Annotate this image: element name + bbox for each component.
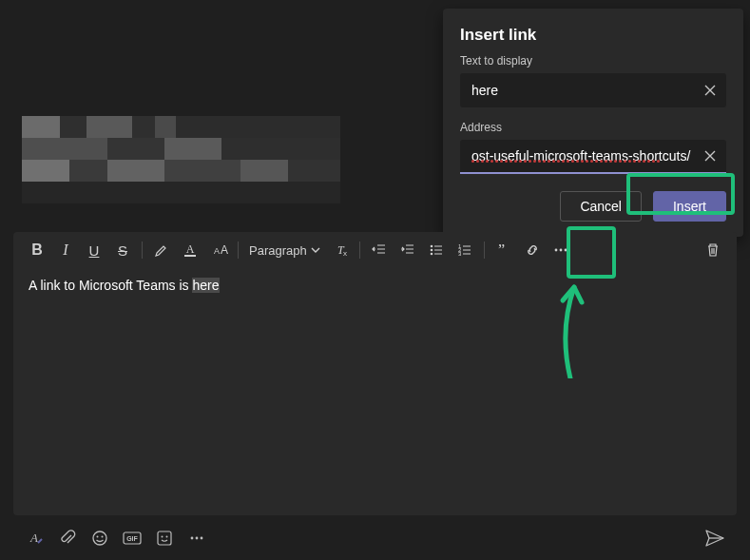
bullet-list-button[interactable] (422, 236, 451, 264)
paragraph-dropdown[interactable]: Paragraph (243, 243, 326, 258)
highlight-icon (154, 242, 169, 258)
address-label: Address (460, 121, 726, 134)
format-button[interactable]: A (25, 528, 46, 549)
cancel-button[interactable]: Cancel (560, 191, 642, 222)
attach-button[interactable] (57, 528, 78, 549)
paragraph-label: Paragraph (249, 243, 307, 258)
font-color-icon: A (183, 242, 198, 258)
svg-point-8 (430, 253, 433, 256)
bold-button[interactable]: B (23, 236, 51, 264)
svg-text:x: x (343, 249, 347, 258)
insert-link-button[interactable] (518, 236, 547, 264)
svg-text:A: A (29, 531, 38, 545)
format-toolbar: B I U S A AA Paragraph Tx (13, 232, 737, 268)
compose-selection: here (192, 278, 219, 293)
underline-icon: U (89, 242, 100, 259)
close-icon (704, 150, 716, 162)
svg-point-24 (166, 536, 168, 538)
obscured-content (22, 116, 340, 203)
svg-point-7 (430, 249, 433, 252)
toolbar-separator (238, 241, 239, 259)
clear-address-button[interactable] (700, 145, 721, 166)
svg-rect-22 (158, 531, 171, 545)
svg-point-19 (102, 536, 104, 538)
svg-point-18 (97, 536, 99, 538)
svg-text:GIF: GIF (126, 535, 138, 542)
ellipsis-icon (189, 531, 204, 546)
outdent-button[interactable] (365, 236, 394, 264)
bold-icon: B (31, 241, 43, 259)
compose-editor[interactable]: A link to Microsoft Teams is here (13, 268, 737, 302)
svg-text:A: A (186, 242, 195, 256)
svg-point-14 (559, 249, 562, 252)
svg-point-27 (201, 537, 203, 540)
bullet-list-icon (429, 242, 444, 258)
text-to-display-field-wrap (460, 73, 726, 107)
trash-icon (705, 242, 721, 258)
emoji-icon (91, 530, 108, 547)
delete-button[interactable] (699, 236, 727, 264)
strikethrough-button[interactable]: S (108, 236, 137, 264)
quote-icon: ” (496, 242, 511, 258)
toolbar-separator (142, 241, 143, 259)
svg-text:A: A (214, 246, 220, 256)
numbered-list-icon: 123 (457, 242, 472, 258)
toolbar-separator (359, 241, 360, 259)
send-button[interactable] (704, 528, 725, 549)
strikethrough-icon: S (118, 242, 127, 259)
font-size-icon: AA (209, 242, 228, 258)
close-icon (704, 85, 716, 96)
insert-link-dialog: Insert link Text to display Address Canc… (443, 9, 743, 237)
indent-icon (400, 242, 415, 258)
svg-point-6 (430, 245, 433, 248)
svg-text:A: A (221, 243, 228, 257)
font-color-button[interactable]: A (176, 236, 204, 264)
format-icon: A (27, 530, 44, 547)
link-icon (524, 241, 541, 259)
ellipsis-icon (553, 242, 568, 258)
svg-text:”: ” (498, 242, 505, 258)
sticker-button[interactable] (154, 528, 175, 549)
compose-box: B I U S A AA Paragraph Tx (13, 232, 737, 515)
gif-icon: GIF (123, 531, 142, 546)
numbered-list-button[interactable]: 123 (451, 236, 479, 264)
dialog-actions: Cancel Insert (460, 191, 726, 222)
text-to-display-label: Text to display (460, 54, 726, 68)
italic-icon: I (63, 241, 67, 259)
svg-point-26 (196, 537, 199, 540)
emoji-button[interactable] (89, 528, 110, 549)
indent-button[interactable] (394, 236, 422, 264)
clear-text-button[interactable] (700, 80, 721, 101)
chevron-down-icon (311, 245, 320, 255)
clear-formatting-button[interactable]: Tx (326, 236, 355, 264)
svg-point-17 (93, 531, 106, 545)
svg-point-25 (191, 537, 194, 540)
insert-button[interactable]: Insert (653, 191, 726, 222)
outdent-icon (372, 242, 387, 258)
clear-formatting-icon: Tx (333, 242, 348, 258)
text-to-display-input[interactable] (471, 83, 696, 98)
highlight-button[interactable] (147, 236, 176, 264)
svg-text:3: 3 (458, 251, 462, 257)
gif-button[interactable]: GIF (122, 528, 143, 549)
sticker-icon (156, 530, 173, 547)
underline-button[interactable]: U (80, 236, 108, 264)
svg-rect-1 (184, 255, 196, 257)
more-options-button[interactable] (547, 236, 575, 264)
toolbar-separator (484, 241, 485, 259)
compose-action-bar: A GIF (13, 525, 737, 551)
dialog-title: Insert link (460, 26, 726, 45)
address-field-wrap (460, 140, 726, 174)
font-size-button[interactable]: AA (204, 236, 233, 264)
paperclip-icon (59, 530, 76, 547)
send-icon (705, 530, 724, 547)
compose-text: A link to Microsoft Teams is (29, 278, 192, 293)
more-actions-button[interactable] (186, 528, 207, 549)
svg-point-23 (162, 536, 163, 538)
italic-button[interactable]: I (51, 236, 80, 264)
quote-button[interactable]: ” (490, 236, 518, 264)
svg-point-13 (554, 249, 557, 252)
svg-point-15 (564, 249, 567, 252)
address-input[interactable] (471, 148, 696, 164)
